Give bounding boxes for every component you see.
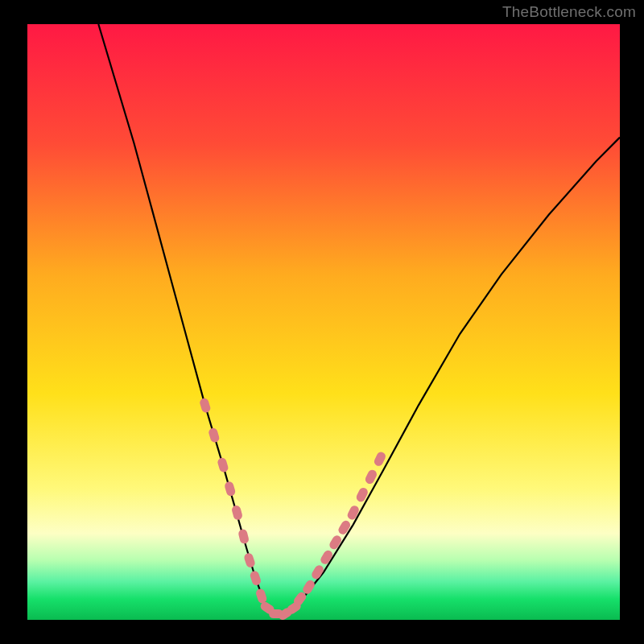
chart-stage: TheBottleneck.com <box>0 0 644 644</box>
plot-area <box>27 24 620 620</box>
bottleneck-chart <box>0 0 644 644</box>
watermark-label: TheBottleneck.com <box>502 3 636 21</box>
